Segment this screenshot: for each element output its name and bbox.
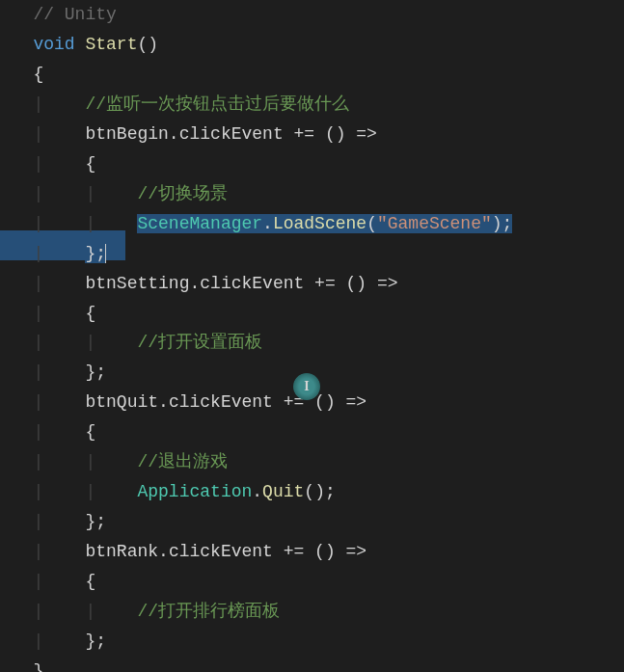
comment: //退出游戏	[137, 452, 228, 471]
brace-close: };	[85, 363, 106, 382]
code-line[interactable]: | | //切换场景	[2, 179, 624, 209]
comment-dim: // Unity	[33, 5, 116, 24]
code-line[interactable]: | btnRank.clickEvent += () =>	[2, 537, 624, 567]
code-line[interactable]: | | //打开设置面板	[2, 328, 624, 358]
code-line[interactable]: | | SceneManager.LoadScene("GameScene");	[2, 209, 624, 239]
method-name: Quit	[262, 482, 304, 501]
code-line[interactable]: | //监听一次按钮点击过后要做什么	[2, 90, 624, 120]
code-line[interactable]: // Unity	[2, 0, 624, 30]
code-line[interactable]: | {	[2, 567, 624, 597]
comment: //打开排行榜面板	[137, 602, 280, 621]
brace-open: {	[85, 304, 95, 323]
identifier: btnSetting	[85, 274, 189, 293]
brace-close: };	[85, 512, 106, 531]
method-start: Start	[85, 35, 137, 54]
brace-open: {	[85, 154, 95, 174]
identifier: clickEvent	[200, 274, 304, 293]
code-line[interactable]: void Start()	[2, 30, 624, 60]
comment: //切换场景	[137, 184, 228, 203]
code-line[interactable]: {	[2, 60, 624, 90]
comment: //监听一次按钮点击过后要做什么	[85, 94, 349, 114]
code-line[interactable]: | | //退出游戏	[2, 447, 624, 477]
method-name: LoadScene	[273, 214, 366, 233]
code-line[interactable]: | };	[2, 627, 624, 657]
text-cursor-indicator-icon	[293, 373, 320, 400]
code-line[interactable]: | {	[2, 299, 624, 329]
identifier: btnQuit	[85, 392, 158, 412]
code-line[interactable]: | | //打开排行榜面板	[2, 597, 624, 627]
identifier: clickEvent	[179, 124, 284, 144]
class-name: SceneManager	[137, 214, 262, 233]
identifier: btnRank	[85, 542, 158, 561]
code-line[interactable]: | };	[2, 239, 624, 269]
class-name: Application	[137, 482, 252, 501]
keyword-void: void	[33, 35, 74, 54]
paren: ()	[137, 35, 158, 54]
brace-close: }	[33, 661, 43, 672]
code-line[interactable]: | | Application.Quit();	[2, 477, 624, 507]
identifier: btnBegin	[85, 124, 168, 144]
identifier: clickEvent	[169, 392, 273, 412]
code-line[interactable]: }	[2, 657, 624, 672]
comment: //打开设置面板	[137, 333, 262, 352]
identifier: clickEvent	[169, 542, 273, 561]
code-line[interactable]: | {	[2, 417, 624, 447]
brace-open: {	[33, 65, 43, 84]
code-line[interactable]: | btnBegin.clickEvent += () =>	[2, 120, 624, 149]
brace-close: };	[85, 244, 106, 263]
brace-close: };	[85, 632, 106, 651]
brace-open: {	[85, 422, 95, 442]
string-literal: "GameScene"	[377, 214, 492, 233]
brace-open: {	[85, 572, 95, 591]
code-line[interactable]: | };	[2, 507, 624, 537]
code-editor-area[interactable]: // Unity void Start() { | //监听一次按钮点击过后要做…	[0, 0, 624, 672]
code-line[interactable]: | btnSetting.clickEvent += () =>	[2, 269, 624, 299]
code-line[interactable]: | {	[2, 149, 624, 179]
